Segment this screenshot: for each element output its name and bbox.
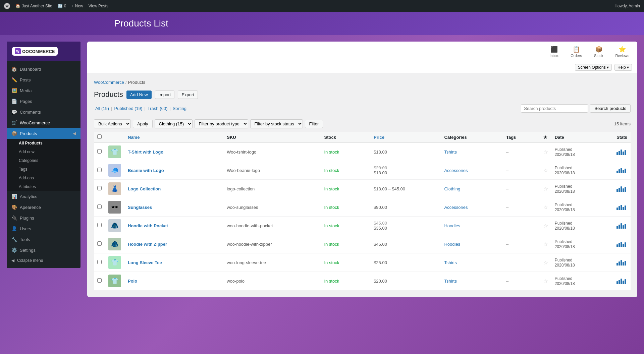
sidebar-item-tools[interactable]: 🔧 Tools xyxy=(7,234,80,245)
sidebar-item-posts[interactable]: ✏️ Posts xyxy=(7,74,80,85)
product-name-link[interactable]: T-Shirt with Logo xyxy=(128,150,163,155)
stats-chart[interactable] xyxy=(616,167,627,173)
clothing-filter-select[interactable]: Clothing (15) xyxy=(155,119,193,128)
row-tags-cell: – xyxy=(503,217,540,235)
add-new-button[interactable]: Add New xyxy=(126,91,152,99)
row-checkbox[interactable] xyxy=(97,168,102,172)
filter-trash-link[interactable]: Trash (60) xyxy=(146,106,169,111)
collapse-menu-button[interactable]: ◀ Colapse menu xyxy=(7,255,80,266)
collapse-icon: ◀ xyxy=(11,258,14,263)
product-name-link[interactable]: Beanie with Logo xyxy=(128,168,164,173)
filter-sorting-link[interactable]: Sorting xyxy=(171,106,188,111)
submenu-item-add-new[interactable]: Add new xyxy=(7,148,80,156)
th-name[interactable]: Name xyxy=(124,132,223,143)
product-name-link[interactable]: Polo xyxy=(128,279,137,284)
filter-button[interactable]: Filter xyxy=(305,120,323,128)
select-all-checkbox[interactable] xyxy=(97,134,102,139)
filter-published-link[interactable]: Published (19) xyxy=(113,106,144,111)
product-name-link[interactable]: Sunglasses xyxy=(128,205,152,210)
new-content-button[interactable]: + New xyxy=(71,4,83,8)
import-button[interactable]: Import xyxy=(155,91,175,99)
row-checkbox[interactable] xyxy=(97,260,102,264)
product-thumb-emoji: 🧥 xyxy=(111,222,118,229)
sidebar-item-media[interactable]: 🖼️ Media xyxy=(7,85,80,96)
bulk-actions-select[interactable]: Bulk Actions xyxy=(94,119,131,128)
sidebar-item-pages[interactable]: 📄 Pages xyxy=(7,96,80,107)
sidebar-item-settings[interactable]: ⚙️ Settings xyxy=(7,245,80,255)
row-checkbox[interactable] xyxy=(97,241,102,246)
category-link[interactable]: Clothing xyxy=(444,186,460,191)
breadcrumb-woocommerce-link[interactable]: WooCommerce xyxy=(94,80,124,85)
featured-star[interactable]: ☆ xyxy=(543,260,548,266)
stats-chart[interactable] xyxy=(616,204,627,210)
product-name-link[interactable]: Hoodie with Pocket xyxy=(128,223,168,228)
category-link[interactable]: Tshirts xyxy=(444,279,457,284)
th-price[interactable]: Price xyxy=(370,132,441,143)
apply-button[interactable]: Apply xyxy=(133,120,153,128)
featured-star[interactable]: ☆ xyxy=(543,149,548,155)
row-checkbox[interactable] xyxy=(97,204,102,209)
row-checkbox[interactable] xyxy=(97,278,102,283)
stats-chart[interactable] xyxy=(616,241,627,247)
help-button[interactable]: Help ▾ xyxy=(614,64,632,71)
sidebar-item-products[interactable]: 📦 Products ◀ xyxy=(7,128,80,139)
view-posts-button[interactable]: View Posts xyxy=(89,4,108,8)
product-type-filter-select[interactable]: Filter by product type xyxy=(195,119,248,128)
category-link[interactable]: Accessories xyxy=(444,205,468,210)
product-name-link[interactable]: Long Sleeve Tee xyxy=(128,260,162,265)
category-link[interactable]: Tshirts xyxy=(444,260,457,265)
filter-all-link[interactable]: All (19) xyxy=(94,106,110,111)
row-sku-cell: woo-hoodie-with-pocket xyxy=(223,217,321,235)
row-checkbox[interactable] xyxy=(97,223,102,227)
category-link[interactable]: Hoodies xyxy=(444,223,460,228)
stats-chart[interactable] xyxy=(616,278,627,284)
site-name-button[interactable]: 🏠 Just Another Site xyxy=(15,4,52,8)
row-category-cell: Tshirts xyxy=(441,272,503,290)
stats-chart[interactable] xyxy=(616,149,627,155)
sidebar-item-analytics[interactable]: 📊 Analytics xyxy=(7,191,80,202)
search-products-button[interactable]: Search products xyxy=(590,104,631,113)
submenu-item-all-products[interactable]: All Products xyxy=(7,139,80,148)
quick-link-orders[interactable]: 📋 Orders xyxy=(568,44,585,59)
product-name-link[interactable]: Hoodie with Zipper xyxy=(128,242,167,247)
row-checkbox[interactable] xyxy=(97,186,102,190)
sidebar-item-plugins[interactable]: 🔌 Plugins xyxy=(7,213,80,223)
admin-bar: W 🏠 Just Another Site 🔄 0 + New View Pos… xyxy=(0,0,644,12)
export-button[interactable]: Export xyxy=(178,91,198,99)
featured-star[interactable]: ☆ xyxy=(543,223,548,229)
featured-star[interactable]: ☆ xyxy=(543,241,548,247)
submenu-item-attributes[interactable]: Attributes xyxy=(7,182,80,191)
featured-star[interactable]: ☆ xyxy=(543,168,548,173)
row-stats-cell xyxy=(613,198,631,217)
submenu-item-categories[interactable]: Categories xyxy=(7,156,80,165)
sidebar-item-appearance[interactable]: 🎨 Apearence xyxy=(7,202,80,213)
stats-chart[interactable] xyxy=(616,186,627,192)
row-checkbox[interactable] xyxy=(97,149,102,154)
sidebar-item-users[interactable]: 👤 Users xyxy=(7,223,80,234)
quick-links-left: ⬛ Inbox 📋 Orders 📦 Stock ⭐ Reviews xyxy=(547,44,632,59)
category-link[interactable]: Accessories xyxy=(444,168,468,173)
stats-chart[interactable] xyxy=(616,259,627,266)
sidebar-item-woocommerce[interactable]: 🛒 WooCommerce xyxy=(7,117,80,128)
row-thumb-cell: 🧢 xyxy=(105,161,124,180)
row-date-cell: Published 2020/08/18 xyxy=(551,217,613,235)
sidebar-item-comments[interactable]: 💬 Comments xyxy=(7,107,80,117)
featured-star[interactable]: ☆ xyxy=(543,204,548,210)
submenu-item-addons[interactable]: Add-ons xyxy=(7,174,80,182)
quick-link-stock[interactable]: 📦 Stock xyxy=(591,44,606,59)
featured-star[interactable]: ☆ xyxy=(543,186,548,192)
category-link[interactable]: Hoodies xyxy=(444,242,460,247)
submenu-item-tags[interactable]: Tags xyxy=(7,165,80,174)
category-link[interactable]: Tshirts xyxy=(444,150,457,155)
stock-status-filter-select[interactable]: Filter by stock status xyxy=(250,119,303,128)
quick-link-inbox[interactable]: ⬛ Inbox xyxy=(547,44,561,59)
sidebar-item-dashboard[interactable]: 🏠 Dashboard xyxy=(7,64,80,74)
quick-link-reviews[interactable]: ⭐ Reviews xyxy=(612,44,632,59)
screen-options-button[interactable]: Screen Options ▾ xyxy=(575,64,612,71)
stats-chart[interactable] xyxy=(616,223,627,229)
search-input[interactable] xyxy=(521,104,588,113)
product-name-link[interactable]: Logo Collection xyxy=(128,186,161,191)
featured-star[interactable]: ☆ xyxy=(543,278,548,284)
updates-button[interactable]: 🔄 0 xyxy=(58,4,66,8)
wp-logo-button[interactable]: W xyxy=(4,3,10,9)
